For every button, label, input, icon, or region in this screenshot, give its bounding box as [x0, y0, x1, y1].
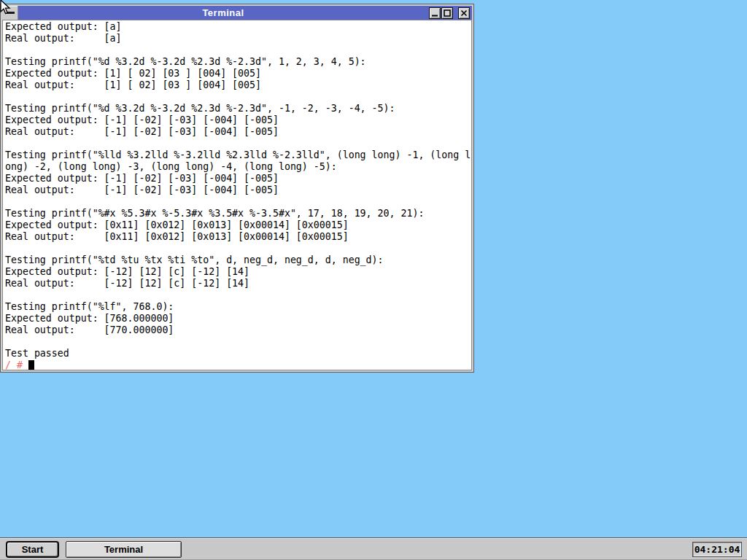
text-cursor-block — [28, 360, 34, 370]
maximize-button[interactable] — [441, 7, 453, 19]
taskbar-clock: 04:21:04 — [692, 542, 742, 557]
shell-prompt: / # — [5, 359, 23, 370]
close-button[interactable] — [458, 7, 470, 19]
minimize-icon — [431, 9, 438, 17]
taskbar-item-label: Terminal — [104, 544, 143, 555]
terminal-output: Expected output: [a] Real output: [a] Te… — [5, 21, 471, 359]
start-button[interactable]: Start — [6, 541, 59, 558]
terminal-window: Terminal Expected output: [a] Real outpu… — [0, 4, 474, 373]
maximize-icon — [444, 9, 451, 17]
close-icon — [460, 9, 468, 17]
terminal-content[interactable]: Expected output: [a] Real output: [a] Te… — [2, 20, 472, 370]
window-title: Terminal — [18, 6, 428, 20]
minimize-button[interactable] — [429, 7, 441, 19]
start-button-label: Start — [22, 544, 44, 555]
taskbar: Start Terminal 04:21:04 — [0, 537, 747, 560]
taskbar-item-terminal[interactable]: Terminal — [66, 541, 182, 558]
prompt-line: / # — [5, 359, 471, 370]
titlebar[interactable]: Terminal — [2, 6, 472, 20]
mouse-cursor-icon — [0, 0, 12, 16]
window-controls — [428, 6, 472, 20]
